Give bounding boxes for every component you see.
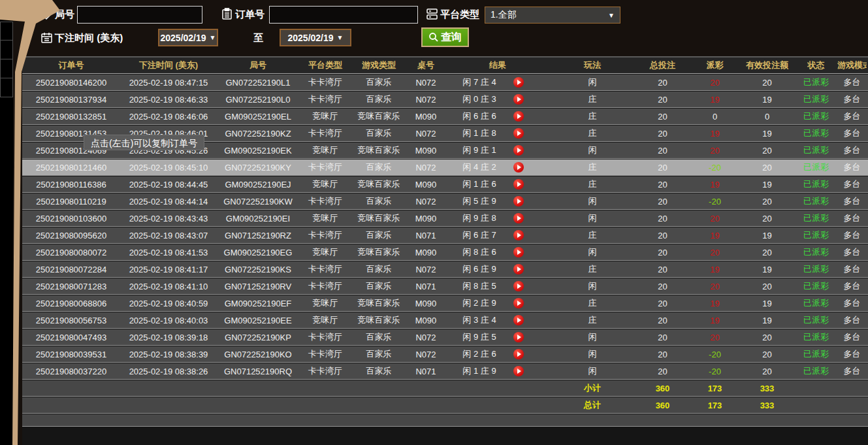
cell-valid-bet: 20 [739,333,795,342]
table-row[interactable]: 250219080132851 2025-02-19 08:46:06 GM09… [22,108,868,125]
result-score: 闲 0 庄 3 [445,93,513,105]
cell-order-number[interactable]: 250219080047493 [22,333,120,342]
play-video-icon[interactable] [513,298,524,308]
cell-total-bet: 20 [635,316,690,325]
cell-round-number: GM090252190EF [217,299,299,308]
play-video-icon[interactable] [513,349,524,359]
table-row[interactable]: 250219080047493 2025-02-19 08:39:18 GN07… [22,329,868,346]
play-video-icon[interactable] [513,179,524,190]
date-to-picker[interactable]: 2025/02/19 ▼ [280,29,351,46]
table-row[interactable]: 250219080103600 2025-02-19 08:43:43 GM09… [22,210,868,227]
cell-order-number[interactable]: 250219080146200 [22,78,120,88]
cell-platform: 竞咪厅 [299,144,351,156]
cell-order-number[interactable]: 250219080116386 [22,180,120,190]
cell-game-type: 竞咪百家乐 [351,212,406,224]
cell-order-number[interactable]: 250219080068806 [22,299,120,308]
cell-game-type: 竞咪百家乐 [351,178,406,190]
platform-type-select[interactable]: 1.全部 ▼ [485,7,620,24]
cell-result: 闲 9 庄 1 [445,144,550,156]
cell-payout: 19 [690,231,739,240]
play-video-icon[interactable] [513,162,524,173]
cell-payout: 20 [690,146,739,156]
table-row[interactable]: 250219080080072 2025-02-19 08:41:53 GM09… [22,244,868,261]
cell-valid-bet: 0 [739,112,795,122]
play-video-icon[interactable] [513,264,524,274]
date-from-picker[interactable]: 2025/02/19 ▼ [158,29,218,46]
cell-game-mode: 多台 [837,365,867,377]
table-row[interactable]: 250219080039531 2025-02-19 08:38:39 GN07… [22,346,868,363]
cell-game-type: 百家乐 [351,263,406,275]
cell-order-number[interactable]: 250219080071283 [22,282,120,291]
play-video-icon[interactable] [513,281,524,291]
play-video-icon[interactable] [513,332,524,342]
cell-table-number: M090 [406,316,445,325]
cell-valid-bet: 19 [739,316,795,325]
play-video-icon[interactable] [513,111,524,122]
total-payout: 173 [690,401,739,410]
cell-order-number[interactable]: 250219080056753 [22,316,120,325]
play-video-icon[interactable] [513,366,524,376]
cell-play-type: 闲 [550,348,635,360]
clipboard-icon [221,8,233,20]
query-button[interactable]: 查询 [421,27,469,47]
cell-order-number[interactable]: 250219080037220 [22,367,120,376]
cell-order-number[interactable]: 250219080095620 [22,231,120,240]
cell-order-number[interactable]: 250219080132851 [22,112,120,122]
cell-round-number: GN072252190KS [217,265,299,274]
cell-bet-time: 2025-02-19 08:45:10 [120,163,217,173]
order-number-input[interactable] [269,6,418,24]
play-video-icon[interactable] [513,128,524,139]
cell-bet-time: 2025-02-19 08:41:53 [120,248,217,257]
cell-order-number[interactable]: 250219080080072 [22,248,120,257]
header-platform: 平台类型 [299,59,351,71]
records-table: 订单号 下注时间 (美东) 局号 平台类型 游戏类型 桌号 结果 玩法 总投注 … [22,56,868,445]
table-row[interactable]: 250219080116386 2025-02-19 08:44:45 GM09… [22,176,868,193]
cell-bet-time: 2025-02-19 08:39:18 [120,333,217,342]
cell-platform: 卡卡湾厅 [299,263,351,275]
table-row[interactable]: 250219080121460 2025-02-19 08:45:10 GN07… [22,159,868,176]
cell-round-number: GM090252190EJ [217,180,299,190]
play-video-icon[interactable] [513,94,524,105]
cell-valid-bet: 20 [739,214,795,223]
cell-bet-time: 2025-02-19 08:44:14 [120,197,217,206]
table-row[interactable]: 250219080068806 2025-02-19 08:40:59 GM09… [22,295,868,312]
table-row[interactable]: 250219080037220 2025-02-19 08:38:26 GN07… [22,363,868,380]
cell-play-type: 庄 [550,314,635,326]
cell-game-type: 百家乐 [351,280,406,292]
cell-round-number: GN072252190KY [217,163,299,173]
play-video-icon[interactable] [513,230,524,240]
play-video-icon[interactable] [513,77,524,88]
table-row[interactable]: 250219080137934 2025-02-19 08:46:33 GN07… [22,91,868,108]
cell-game-type: 百家乐 [351,127,406,139]
cell-bet-time: 2025-02-19 08:43:07 [120,231,217,240]
round-number-input[interactable] [77,6,202,24]
play-video-icon[interactable] [513,145,524,156]
cell-order-number[interactable]: 250219080121460 [22,163,120,173]
play-video-icon[interactable] [513,196,524,206]
play-video-icon[interactable] [513,213,524,223]
cell-order-number[interactable]: 250219080137934 [22,95,120,105]
cell-bet-time: 2025-02-19 08:38:39 [120,350,217,359]
cell-round-number: GN072252190KZ [217,129,299,139]
cell-play-type: 庄 [550,263,635,275]
table-row[interactable]: 250219080072284 2025-02-19 08:41:17 GN07… [22,261,868,278]
cell-game-mode: 多台 [837,212,867,224]
cell-table-number: N071 [406,282,445,291]
cell-game-type: 竞咪百家乐 [351,110,406,122]
cell-order-number[interactable]: 250219080110219 [22,197,120,206]
cell-order-number[interactable]: 250219080039531 [22,350,120,359]
header-order-number: 订单号 [22,59,120,71]
play-video-icon[interactable] [513,315,524,325]
cell-game-type: 百家乐 [351,365,406,377]
cell-table-number: N072 [406,265,445,274]
table-row[interactable]: 250219080110219 2025-02-19 08:44:14 GN07… [22,193,868,210]
table-row[interactable]: 250219080071283 2025-02-19 08:41:10 GN07… [22,278,868,295]
cell-order-number[interactable]: 250219080103600 [22,214,120,223]
table-row[interactable]: 250219080095620 2025-02-19 08:43:07 GN07… [22,227,868,244]
table-row[interactable]: 250219080056753 2025-02-19 08:40:03 GM09… [22,312,868,329]
table-row[interactable]: 250219080146200 2025-02-19 08:47:15 GN07… [22,74,868,91]
play-video-icon[interactable] [513,247,524,257]
cell-order-number[interactable]: 250219080072284 [22,265,120,274]
left-cells-decoration [0,22,13,97]
cell-result: 闲 9 庄 5 [445,331,550,343]
